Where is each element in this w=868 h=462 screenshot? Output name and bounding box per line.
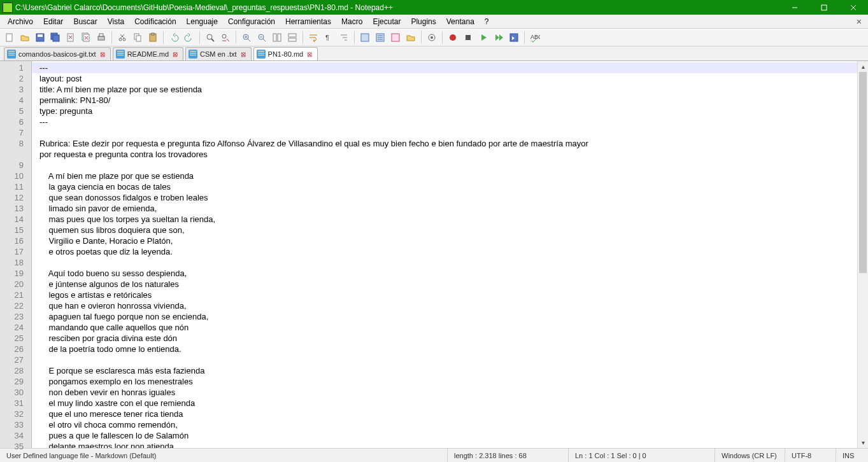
save-macro-button[interactable]: [507, 31, 521, 45]
play-macro-button[interactable]: [476, 31, 490, 45]
file-icon: [189, 50, 197, 59]
indent-guide-button[interactable]: [337, 31, 351, 45]
save-all-button[interactable]: [48, 31, 62, 45]
app-icon: [3, 3, 13, 13]
tab[interactable]: comandos-basicos-git.txt⊠: [4, 47, 111, 60]
svg-rect-25: [152, 33, 154, 35]
menu-herramientas[interactable]: Herramientas: [280, 16, 336, 27]
open-file-button[interactable]: [18, 31, 32, 45]
window-title: C:\Users\Gabriel Calarco\Documents\GitHu…: [15, 3, 780, 12]
svg-rect-54: [510, 34, 518, 41]
menu-editar[interactable]: Editar: [38, 16, 68, 27]
editor-area: 1234567891011121314151617181920212223242…: [0, 61, 868, 448]
doc-map-button[interactable]: [358, 31, 372, 45]
cut-button[interactable]: [115, 31, 129, 45]
menu-lenguaje[interactable]: Lenguaje: [181, 16, 223, 27]
svg-rect-37: [278, 34, 281, 41]
menu-vista[interactable]: Vista: [103, 16, 129, 27]
function-list-button[interactable]: [388, 31, 402, 45]
close-all-button[interactable]: [79, 31, 93, 45]
tab-label: comandos-basicos-git.txt: [18, 50, 96, 58]
svg-rect-53: [466, 35, 471, 40]
svg-rect-6: [38, 34, 43, 37]
svg-text:ABC: ABC: [530, 34, 540, 40]
tab-close-icon[interactable]: ⊠: [99, 50, 106, 58]
svg-line-27: [211, 39, 214, 41]
sync-vscroll-button[interactable]: [270, 31, 284, 45]
menu-ejecutar[interactable]: Ejecutar: [367, 16, 406, 27]
redo-button[interactable]: [182, 31, 196, 45]
stop-macro-button[interactable]: [461, 31, 475, 45]
menu-buscar[interactable]: Buscar: [68, 16, 102, 27]
menu-?[interactable]: ?: [480, 16, 494, 27]
window-titlebar: C:\Users\Gabriel Calarco\Documents\GitHu…: [0, 0, 868, 15]
word-wrap-button[interactable]: [306, 31, 320, 45]
svg-point-28: [222, 34, 226, 38]
scroll-down-icon[interactable]: ▾: [858, 437, 868, 448]
record-macro-button[interactable]: [446, 31, 460, 45]
close-button[interactable]: [839, 0, 868, 15]
doc-list-button[interactable]: [373, 31, 387, 45]
tab[interactable]: CSM en .txt⊠: [185, 47, 251, 60]
find-button[interactable]: [203, 31, 217, 45]
svg-point-51: [430, 36, 433, 39]
line-gutter: 1234567891011121314151617181920212223242…: [0, 61, 32, 448]
statusbar: User Defined language file - Markdown (D…: [0, 448, 868, 462]
menu-ventana[interactable]: Ventana: [441, 16, 480, 27]
toolbar: ¶ ABC: [0, 29, 868, 46]
tab-close-icon[interactable]: ⊠: [306, 50, 313, 58]
vertical-scrollbar[interactable]: ▴ ▾: [857, 61, 868, 448]
menu-plugins[interactable]: Plugins: [406, 16, 441, 27]
menubar: ArchivoEditarBuscarVistaCodificaciónLeng…: [0, 15, 868, 29]
status-eol[interactable]: Windows (CR LF): [715, 449, 785, 462]
menu-archivo[interactable]: Archivo: [3, 16, 38, 27]
tab[interactable]: README.md⊠: [113, 47, 183, 60]
tab[interactable]: PN1-80.md⊠: [253, 47, 318, 60]
save-button[interactable]: [33, 31, 47, 45]
tab-close-icon[interactable]: ⊠: [239, 50, 247, 58]
scroll-thumb[interactable]: [859, 72, 867, 273]
file-icon: [257, 50, 266, 59]
menu-codificación[interactable]: Codificación: [129, 16, 181, 27]
tab-close-icon[interactable]: ⊠: [171, 50, 179, 58]
new-file-button[interactable]: [3, 31, 17, 45]
svg-point-26: [207, 34, 212, 39]
menubar-close-icon[interactable]: ×: [853, 17, 865, 27]
zoom-in-button[interactable]: [239, 31, 253, 45]
play-multi-button[interactable]: [492, 31, 506, 45]
spellcheck-button[interactable]: ABC: [528, 31, 542, 45]
scroll-up-icon[interactable]: ▴: [858, 61, 868, 72]
code-area[interactable]: ---layout: posttitle: A mí bien me plaze…: [32, 61, 857, 448]
tabbar: comandos-basicos-git.txt⊠README.md⊠CSM e…: [0, 46, 868, 61]
monitor-button[interactable]: [425, 31, 439, 45]
status-insert-mode[interactable]: INS: [836, 449, 868, 462]
undo-button[interactable]: [167, 31, 181, 45]
maximize-button[interactable]: [809, 0, 839, 15]
svg-line-32: [248, 39, 250, 41]
svg-rect-1: [822, 5, 827, 10]
svg-line-35: [263, 39, 266, 41]
zoom-out-button[interactable]: [255, 31, 269, 45]
svg-rect-8: [53, 35, 59, 41]
print-button[interactable]: [94, 31, 108, 45]
menu-configuración[interactable]: Configuración: [223, 16, 280, 27]
replace-button[interactable]: [218, 31, 232, 45]
svg-rect-38: [288, 34, 296, 37]
svg-rect-39: [288, 38, 296, 41]
svg-point-52: [450, 34, 456, 41]
svg-rect-17: [99, 34, 103, 36]
close-file-button[interactable]: [64, 31, 78, 45]
svg-rect-44: [361, 34, 369, 41]
sync-hscroll-button[interactable]: [285, 31, 299, 45]
status-encoding[interactable]: UTF-8: [785, 449, 836, 462]
copy-button[interactable]: [131, 31, 145, 45]
svg-rect-16: [98, 36, 104, 40]
menu-macro[interactable]: Macro: [336, 16, 367, 27]
tab-label: README.md: [127, 50, 169, 58]
minimize-button[interactable]: [780, 0, 809, 15]
svg-rect-49: [392, 34, 399, 41]
file-icon: [7, 50, 16, 59]
show-all-chars-button[interactable]: ¶: [322, 31, 336, 45]
folder-view-button[interactable]: [404, 31, 418, 45]
paste-button[interactable]: [146, 31, 160, 45]
